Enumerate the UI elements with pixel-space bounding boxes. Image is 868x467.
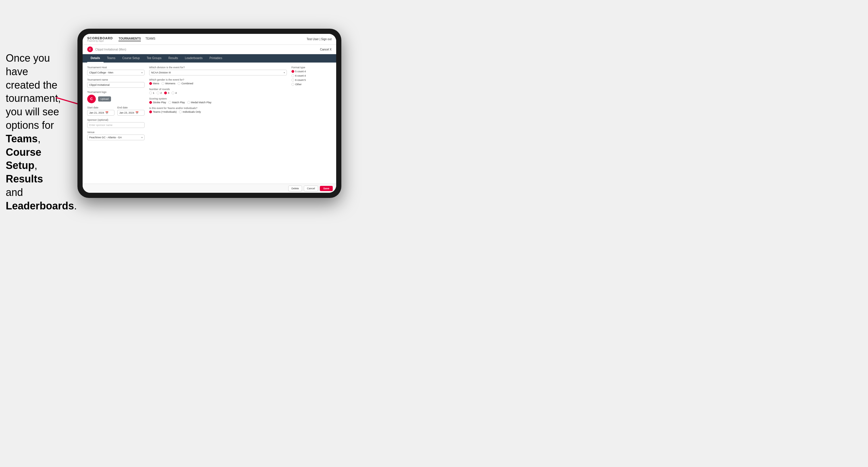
format-5count4-radio[interactable]: [291, 70, 294, 73]
nav-links: TOURNAMENTS TEAMS: [119, 37, 306, 41]
scoring-match-radio[interactable]: [168, 101, 171, 104]
event-individuals[interactable]: Individuals Only: [179, 111, 201, 113]
tournament-logo-group: Tournament logo C Upload: [87, 91, 145, 103]
scoring-match-play[interactable]: Match Play: [168, 101, 185, 104]
logo-text: SCOREBOARD: [87, 36, 113, 40]
format-6count5[interactable]: 6 count 5: [291, 79, 332, 82]
sponsor-group: Sponsor (optional) Enter sponsor name: [87, 119, 145, 128]
tournament-host-group: Tournament Host Clippd College - Men: [87, 66, 145, 75]
end-date-group: End date Jan 23, 2024 📅: [117, 106, 145, 116]
tournament-host-select[interactable]: Clippd College - Men: [87, 70, 145, 75]
rounds-3-radio[interactable]: [164, 92, 167, 94]
tablet-screen: SCOREBOARD Powered by clippd TOURNAMENTS…: [83, 34, 336, 193]
tab-course-setup[interactable]: Course Setup: [119, 54, 143, 63]
rounds-radio-group: 1 2 3 4: [149, 92, 287, 94]
tab-bar: Details Teams Course Setup Tee Groups Re…: [83, 54, 336, 63]
nav-teams[interactable]: TEAMS: [146, 37, 155, 41]
tab-leaderboards[interactable]: Leaderboards: [181, 54, 206, 63]
user-area[interactable]: Test User | Sign out: [307, 38, 332, 41]
rounds-4-radio[interactable]: [172, 92, 175, 94]
tournament-name-group: Tournament name Clippd Invitational: [87, 78, 145, 88]
delete-button[interactable]: Delete: [288, 186, 302, 191]
gender-radio-group: Mens Womens Combined: [149, 82, 287, 85]
division-label: Which division is the event for?: [149, 66, 287, 69]
tablet-frame: SCOREBOARD Powered by clippd TOURNAMENTS…: [78, 29, 341, 198]
event-teams[interactable]: Teams (+Individuals): [149, 111, 177, 113]
scoring-medal-match[interactable]: Medal Match Play: [187, 101, 212, 104]
main-content: Tournament Host Clippd College - Men Tou…: [83, 63, 336, 174]
format-6count4[interactable]: 6 count 4: [291, 74, 332, 77]
scoring-stroke-radio[interactable]: [149, 101, 152, 104]
format-other-radio[interactable]: [291, 83, 294, 86]
gender-mens-radio[interactable]: [149, 82, 152, 85]
division-select[interactable]: NCAA Division III: [149, 70, 287, 75]
tournament-name-input[interactable]: Clippd Invitational: [87, 82, 145, 88]
gender-mens[interactable]: Mens: [149, 82, 159, 85]
start-date-label: Start date: [87, 106, 115, 109]
gender-combined[interactable]: Combined: [178, 82, 193, 85]
format-6count5-radio[interactable]: [291, 79, 294, 82]
scoring-medal-radio[interactable]: [187, 101, 190, 104]
start-date-input[interactable]: Jan 21, 2024 📅: [87, 110, 115, 116]
sponsor-input[interactable]: Enter sponsor name: [87, 122, 145, 128]
event-individuals-radio[interactable]: [179, 111, 182, 113]
format-type-radio-group: 5 count 4 6 count 4 6 count 5 Other: [291, 70, 332, 86]
cancel-button[interactable]: Cancel: [304, 186, 318, 191]
rounds-2[interactable]: 2: [157, 92, 162, 94]
start-date-group: Start date Jan 21, 2024 📅: [87, 106, 115, 116]
cancel-x-button[interactable]: Cancel X: [320, 48, 332, 51]
tournament-icon: C: [87, 46, 93, 52]
sponsor-placeholder: Enter sponsor name: [89, 124, 113, 126]
logo-area: SCOREBOARD Powered by clippd: [87, 36, 113, 42]
format-6count4-radio[interactable]: [291, 74, 294, 77]
event-for-radio-group: Teams (+Individuals) Individuals Only: [149, 111, 287, 113]
format-5count4[interactable]: 5 count 4: [291, 70, 332, 73]
scoring-radio-group: Stroke Play Match Play Medal Match Play: [149, 101, 287, 104]
rounds-1[interactable]: 1: [149, 92, 154, 94]
event-teams-radio[interactable]: [149, 111, 152, 113]
gender-womens[interactable]: Womens: [161, 82, 175, 85]
event-for-group: Is this event for Teams and/or Individua…: [149, 107, 287, 113]
venue-select[interactable]: Peachtree GC - Atlanta - GA: [87, 134, 145, 140]
end-date-label: End date: [117, 106, 145, 109]
top-nav: SCOREBOARD Powered by clippd TOURNAMENTS…: [83, 34, 336, 45]
calendar-icon-end: 📅: [135, 111, 138, 114]
scoring-label: Scoring system: [149, 97, 287, 100]
tournament-name-label: Tournament name: [87, 78, 145, 81]
division-group: Which division is the event for? NCAA Di…: [149, 66, 287, 75]
nav-tournaments[interactable]: TOURNAMENTS: [119, 37, 141, 41]
logo-upload-area: C Upload: [87, 95, 145, 103]
right-column: Format type 5 count 4 6 count 4 6 cou: [291, 66, 332, 170]
tournament-host-label: Tournament Host: [87, 66, 145, 69]
scoring-group: Scoring system Stroke Play Match Play: [149, 97, 287, 104]
user-info[interactable]: Test User | Sign out: [307, 38, 332, 41]
gender-combined-radio[interactable]: [178, 82, 180, 85]
end-date-input[interactable]: Jan 23, 2024 📅: [117, 110, 145, 116]
tab-printables[interactable]: Printables: [206, 54, 225, 63]
rounds-1-radio[interactable]: [149, 92, 152, 94]
instruction-text: Once you havecreated thetournament,you w…: [6, 52, 77, 212]
format-other[interactable]: Other: [291, 83, 332, 86]
instruction-panel: Once you havecreated thetournament,you w…: [0, 46, 69, 219]
save-button[interactable]: Save: [320, 186, 333, 191]
tab-results[interactable]: Results: [165, 54, 181, 63]
bottom-action-bar: Delete Cancel Save: [83, 184, 336, 193]
gender-womens-radio[interactable]: [161, 82, 164, 85]
sponsor-label: Sponsor (optional): [87, 119, 145, 121]
gender-label: Which gender is the event for?: [149, 78, 287, 81]
rounds-3[interactable]: 3: [164, 92, 169, 94]
format-type-group: Format type 5 count 4 6 count 4 6 cou: [291, 66, 332, 86]
scoring-stroke-play[interactable]: Stroke Play: [149, 101, 166, 104]
tab-details[interactable]: Details: [87, 54, 103, 63]
upload-button[interactable]: Upload: [98, 96, 111, 101]
tab-tee-groups[interactable]: Tee Groups: [143, 54, 165, 63]
rounds-2-radio[interactable]: [157, 92, 159, 94]
format-type-label: Format type: [291, 66, 332, 69]
tab-teams[interactable]: Teams: [103, 54, 119, 63]
event-for-label: Is this event for Teams and/or Individua…: [149, 107, 287, 110]
date-row: Start date Jan 21, 2024 📅 End date Jan 2…: [87, 106, 145, 116]
calendar-icon-start: 📅: [105, 111, 108, 114]
middle-column: Which division is the event for? NCAA Di…: [149, 66, 287, 170]
rounds-label: Number of rounds: [149, 88, 287, 91]
rounds-4[interactable]: 4: [172, 92, 177, 94]
